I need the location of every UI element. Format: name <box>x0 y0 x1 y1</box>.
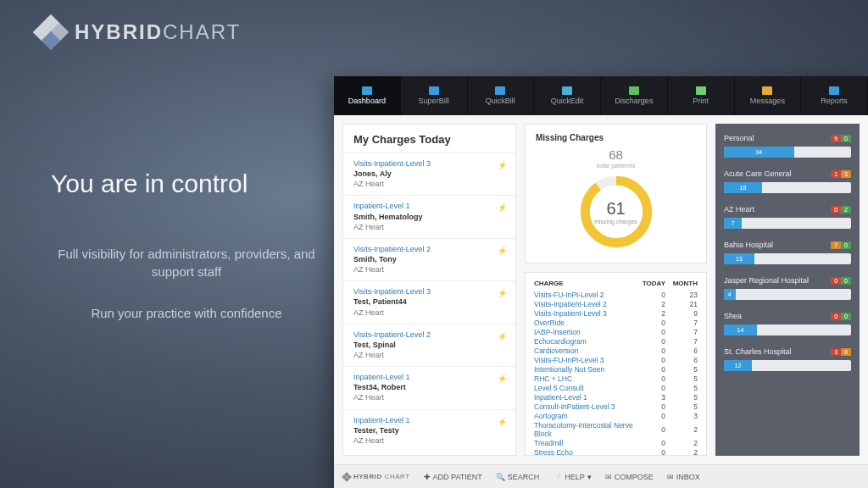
th-today: TODAY <box>633 280 665 290</box>
facility-block[interactable]: AZ Heart027 <box>724 205 851 229</box>
facility-block[interactable]: Acute Care General1318 <box>724 169 851 193</box>
badge: 0 <box>841 348 851 356</box>
facility-name: Shea <box>724 312 742 320</box>
nav-messages[interactable]: Messages <box>735 76 802 115</box>
th-month: MONTH <box>665 280 698 290</box>
charge-item[interactable]: Visits-Inpatient-Level 2Test, SpinalAZ H… <box>343 324 515 366</box>
facilities-panel: Personal9034Acute Care General1318AZ Hea… <box>715 124 860 456</box>
patient-name: Test, Spinal <box>353 340 505 350</box>
table-row[interactable]: Stress Echo02 <box>534 447 698 456</box>
help-button[interactable]: ❔ HELP ▾ <box>553 473 592 481</box>
today-val: 2 <box>633 308 665 318</box>
table-row[interactable]: Consult-InPatient-Level 305 <box>534 402 698 411</box>
charge-type: Visits-Inpatient-Level 2 <box>353 330 505 340</box>
add-patient-button[interactable]: ✚ ADD PATIENT <box>424 473 482 481</box>
nav-discharges[interactable]: Discharges <box>601 76 668 115</box>
month-val: 5 <box>665 364 698 374</box>
facility-block[interactable]: Jasper Regional Hospital004 <box>724 276 851 300</box>
today-val: 0 <box>633 402 665 411</box>
top-nav: DashboardSuperBillQuickBillQuickEditDisc… <box>334 76 868 115</box>
bolt-icon: ⚡ <box>498 417 507 427</box>
table-row[interactable]: Visits-Inpatient-Level 329 <box>534 308 698 318</box>
facility: AZ Heart <box>353 264 505 274</box>
charge-name: Intentionally Not Seen <box>534 364 633 374</box>
table-row[interactable]: Aortogram03 <box>534 411 698 420</box>
progress-fill: 18 <box>724 182 762 193</box>
table-row[interactable]: OverRide07 <box>534 318 698 327</box>
charge-name: Thoracotomy-Intercostal Nerve Block <box>534 420 633 438</box>
facility-badges: 00 <box>831 277 851 285</box>
table-row[interactable]: Treadmill02 <box>534 438 698 447</box>
nav-reports[interactable]: Reports <box>801 76 868 115</box>
table-row[interactable]: Inpatient-Level 135 <box>534 392 698 402</box>
today-val: 0 <box>633 374 665 383</box>
search-button[interactable]: 🔍 SEARCH <box>496 473 540 481</box>
marketing-copy: You are in control Full visibility for a… <box>51 169 322 346</box>
charge-item[interactable]: Visits-Inpatient-Level 3Test, Patient44A… <box>343 280 515 323</box>
nav-quickedit[interactable]: QuickEdit <box>534 76 601 115</box>
charge-item[interactable]: Visits-Inpatient-Level 3Jones, AlyAZ Hea… <box>343 152 515 195</box>
progress-fill: 12 <box>724 360 752 371</box>
facility: AZ Heart <box>353 179 505 189</box>
bolt-icon: ⚡ <box>498 160 507 170</box>
charge-item[interactable]: Inpatient-Level 1Test34, RobertAZ Heart⚡ <box>343 366 515 408</box>
progress-bar: 12 <box>724 360 851 371</box>
facility: AZ Heart <box>353 308 505 318</box>
month-val: 6 <box>665 346 698 355</box>
charge-name: RHC + LHC <box>534 374 633 383</box>
nav-label: Reports <box>821 97 848 105</box>
facility-block[interactable]: Bahia Hospital7013 <box>724 241 851 264</box>
footer-logo: HYBRIDCHART <box>342 473 410 481</box>
nav-quickbill[interactable]: QuickBill <box>468 76 535 115</box>
today-val: 0 <box>633 383 665 392</box>
charge-type: Inpatient-Level 1 <box>353 372 505 382</box>
patient-name: Test, Patient44 <box>353 297 505 307</box>
today-val: 0 <box>633 336 665 346</box>
facility-name: Bahia Hospital <box>724 241 773 249</box>
month-val: 5 <box>665 402 698 411</box>
nav-superbill[interactable]: SuperBill <box>401 76 468 115</box>
marketing-line2: Run your practice with confidence <box>51 304 322 322</box>
table-row[interactable]: Intentionally Not Seen05 <box>534 364 698 374</box>
today-val: 0 <box>633 355 665 364</box>
progress-fill: 14 <box>724 324 757 336</box>
charge-name: Echocardiogram <box>534 336 633 346</box>
facility-block[interactable]: Personal9034 <box>724 134 851 158</box>
progress-bar: 7 <box>724 218 851 229</box>
badge: 0 <box>841 313 851 320</box>
table-row[interactable]: Visits-Inpatient-Level 2221 <box>534 299 698 308</box>
charge-name: Visits-Inpatient-Level 3 <box>534 308 633 318</box>
table-row[interactable]: Visits-FU-InPt-Level 306 <box>534 355 698 364</box>
charge-item[interactable]: Visits-Inpatient-Level 2Smith, TonyAZ He… <box>343 238 515 280</box>
facility-badges: 00 <box>831 313 851 320</box>
facility-block[interactable]: St. Charles Hospital3012 <box>724 347 851 371</box>
bolt-icon: ⚡ <box>498 331 507 341</box>
charge-item[interactable]: Inpatient-Level 1Tester, TestyAZ Heart⚡ <box>343 409 515 452</box>
charge-item[interactable]: Inpatient-Level 1Smith, HematologyAZ Hea… <box>343 195 515 237</box>
facility-block[interactable]: Shea0014 <box>724 312 851 336</box>
inbox-button[interactable]: ✉ INBOX <box>667 473 700 481</box>
table-row[interactable]: Level 5 Consult05 <box>534 383 698 392</box>
nav-icon <box>362 86 372 95</box>
charge-name: IABP-Insertion <box>534 327 633 336</box>
table-row[interactable]: Thoracotomy-Intercostal Nerve Block02 <box>534 420 698 438</box>
facility: AZ Heart <box>353 392 505 402</box>
nav-dashboard[interactable]: Dashboard <box>334 76 401 115</box>
patient-name: Jones, Aly <box>353 169 505 179</box>
compose-button[interactable]: ✉ COMPOSE <box>605 473 654 481</box>
badge: 0 <box>831 313 841 320</box>
table-row[interactable]: RHC + LHC05 <box>534 374 698 383</box>
today-val: 0 <box>633 318 665 327</box>
nav-print[interactable]: Print <box>668 76 735 115</box>
badge: 0 <box>841 277 851 285</box>
table-row[interactable]: Echocardiogram07 <box>534 336 698 346</box>
table-row[interactable]: IABP-Insertion07 <box>534 327 698 336</box>
charge-name: Treadmill <box>534 438 633 447</box>
patient-name: Smith, Hematology <box>353 212 505 222</box>
my-charges-title: My Charges Today <box>343 125 515 152</box>
table-row[interactable]: Visits-FU-InPt-Level 2023 <box>534 290 698 299</box>
nav-icon <box>562 86 572 95</box>
progress-bar: 13 <box>724 253 851 264</box>
table-row[interactable]: Cardioversion06 <box>534 346 698 355</box>
charge-type: Visits-Inpatient-Level 2 <box>353 244 505 254</box>
